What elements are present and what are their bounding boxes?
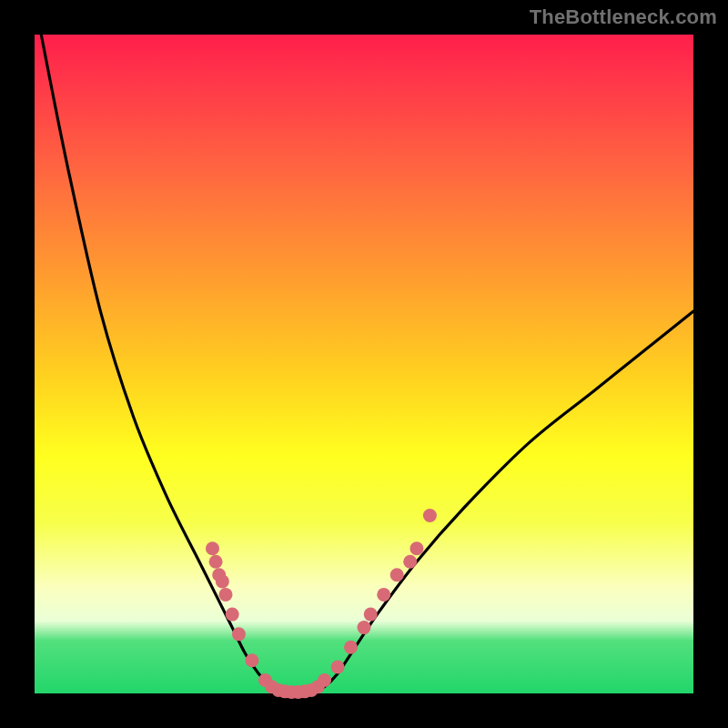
curve-marker [364, 608, 378, 622]
curve-marker [423, 509, 437, 522]
curve-marker [377, 588, 390, 602]
curve-marker [358, 621, 371, 634]
curve-marker [403, 555, 417, 569]
curve-marker [331, 661, 345, 674]
curve-marker [218, 588, 232, 602]
curve-marker [318, 673, 331, 687]
plot-area [35, 35, 693, 693]
curve-marker [216, 574, 229, 588]
curve-marker [232, 627, 246, 641]
curve-marker [390, 568, 404, 581]
curve-markers [206, 509, 437, 699]
chart-stage: TheBottleneck.com [0, 0, 728, 728]
curve-marker [209, 555, 223, 569]
curve-marker [245, 653, 258, 667]
curve-marker [410, 541, 423, 555]
watermark-text: TheBottleneck.com [530, 5, 717, 29]
curve-svg [35, 35, 693, 693]
curve-marker [226, 608, 239, 622]
curve-marker [344, 641, 358, 654]
curve-marker [206, 541, 219, 555]
bottleneck-curve [41, 35, 693, 694]
